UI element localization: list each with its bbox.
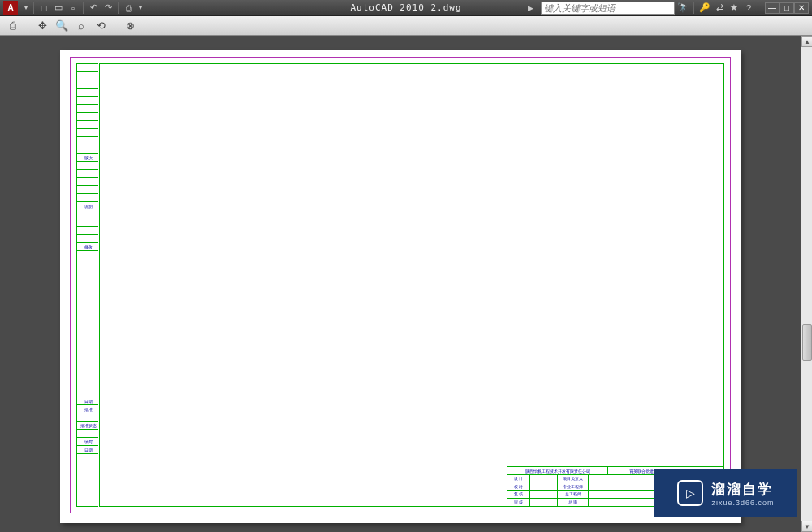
rev-cell: [77, 105, 98, 113]
right-tools: ▶ 🔭 🔑 ⇄ ★ ? — □ ✕: [528, 2, 809, 15]
rev-cell: [77, 430, 98, 438]
window-title: AutoCAD 2010 2.dwg: [350, 2, 461, 13]
print-button[interactable]: ⎙: [121, 2, 136, 15]
rev-cell: [77, 64, 98, 72]
tb-cell: 校 对: [508, 482, 530, 490]
plot-button[interactable]: ⎙: [5, 19, 21, 33]
tb-cell: 总工程师: [558, 491, 589, 498]
rev-label: 日期: [77, 397, 98, 405]
new-button[interactable]: □: [37, 2, 51, 15]
rev-label: 版次: [77, 154, 98, 162]
star-icon[interactable]: ★: [728, 2, 741, 15]
open-button[interactable]: ▭: [51, 2, 66, 15]
play-icon: ▷: [677, 480, 703, 506]
rev-cell: [77, 113, 98, 121]
close-preview-button[interactable]: ⊗: [122, 19, 138, 33]
tb-cell: 专业工程师: [558, 482, 589, 490]
help-icon[interactable]: ?: [742, 2, 755, 15]
rev-cell: [77, 129, 98, 137]
tb-cell: 总 审: [558, 499, 589, 506]
rev-label: 填写: [77, 438, 98, 446]
rev-cell: [77, 145, 98, 154]
tb-cell: [530, 491, 558, 498]
rev-cell: [77, 80, 98, 89]
rev-cell: [77, 72, 98, 80]
rev-cell: [77, 218, 98, 227]
inner-frame: [99, 63, 724, 507]
watermark-title: 溜溜自学: [711, 480, 774, 499]
redo-button[interactable]: ↷: [101, 2, 115, 15]
rev-cell: [77, 162, 98, 170]
rev-cell: [77, 194, 98, 202]
rev-cell: [77, 170, 98, 178]
app-icon[interactable]: A: [3, 1, 18, 15]
company-cell: 陕西怡帆工程技术开发有限责任公司: [508, 467, 608, 474]
zoom-window-button[interactable]: ⌕: [73, 19, 89, 33]
watermark: ▷ 溜溜自学 zixue.3d66.com: [654, 469, 797, 517]
paper-sheet: 版次 说明 修改 日期 批准 批准状态 填写 日期 陕西怡帆工程技术开发有限责任…: [60, 50, 741, 523]
rev-cell: [77, 89, 98, 97]
save-button[interactable]: ▫: [66, 2, 80, 15]
scroll-up-icon[interactable]: ▲: [801, 36, 812, 47]
rev-cell: [77, 413, 98, 422]
rev-cell: [77, 137, 98, 145]
separator: [693, 2, 694, 14]
key-icon[interactable]: 🔑: [698, 2, 711, 15]
separator: [83, 2, 84, 14]
tb-cell: 项目负责人: [558, 475, 589, 482]
qat-dropdown-icon[interactable]: ▾: [136, 2, 145, 15]
rev-label: 批准: [77, 405, 98, 413]
rev-label: 批准状态: [77, 422, 98, 430]
separator: [118, 2, 119, 14]
rev-gap: [77, 251, 98, 397]
binoculars-icon[interactable]: 🔭: [676, 2, 689, 15]
zoom-previous-button[interactable]: ⟲: [93, 19, 109, 33]
titlebar: A ▾ □ ▭ ▫ ↶ ↷ ⎙ ▾ AutoCAD 2010 2.dwg ▶ 🔭…: [0, 0, 812, 16]
rev-cell: [77, 227, 98, 235]
rev-cell: [77, 178, 98, 186]
rev-cell: [77, 186, 98, 194]
revision-column: 版次 说明 修改 日期 批准 批准状态 填写 日期: [76, 63, 98, 507]
tb-cell: 设 计: [508, 475, 530, 482]
close-button[interactable]: ✕: [794, 2, 809, 14]
menu-dropdown-icon[interactable]: ▾: [21, 2, 31, 15]
rev-cell: [77, 97, 98, 105]
exchange-icon[interactable]: ⇄: [713, 2, 726, 15]
rev-cell: [77, 121, 98, 129]
scroll-down-icon[interactable]: ▼: [801, 521, 812, 532]
scroll-thumb[interactable]: [802, 324, 812, 361]
watermark-url: zixue.3d66.com: [711, 499, 774, 507]
tb-cell: [530, 499, 558, 506]
rev-cell: [77, 210, 98, 218]
zoom-button[interactable]: 🔍: [54, 19, 70, 33]
separator: [33, 2, 34, 14]
search-input[interactable]: [541, 2, 675, 15]
rev-label: 日期: [77, 446, 98, 454]
pan-button[interactable]: ✥: [34, 19, 50, 33]
undo-button[interactable]: ↶: [86, 2, 101, 15]
rev-label: 修改: [77, 243, 98, 251]
vertical-scrollbar[interactable]: ▲ ▼: [801, 36, 812, 532]
maximize-button[interactable]: □: [780, 2, 794, 14]
tb-cell: [530, 482, 558, 490]
preview-toolbar: ⎙ ✥ 🔍 ⌕ ⟲ ⊗: [0, 16, 812, 36]
drawing-area[interactable]: 版次 说明 修改 日期 批准 批准状态 填写 日期 陕西怡帆工程技术开发有限责任…: [0, 36, 801, 532]
tb-cell: 复 核: [508, 491, 530, 498]
window-controls: — □ ✕: [765, 2, 809, 14]
rev-cell: [77, 235, 98, 243]
tb-cell: [530, 475, 558, 482]
rev-label: 说明: [77, 202, 98, 210]
watermark-text: 溜溜自学 zixue.3d66.com: [711, 480, 774, 507]
minimize-button[interactable]: —: [765, 2, 780, 14]
search-play-icon[interactable]: ▶: [528, 2, 539, 14]
tb-cell: 审 核: [508, 499, 530, 506]
